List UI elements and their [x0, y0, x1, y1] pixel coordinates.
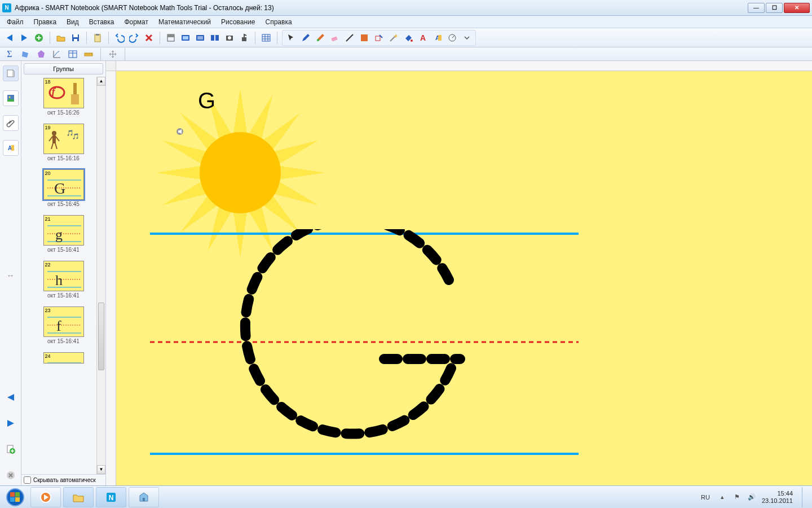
- taskbar-app[interactable]: [129, 487, 159, 507]
- irregular-polygon-icon[interactable]: [19, 48, 32, 60]
- svg-text:G: G: [54, 179, 65, 197]
- shape-pen-icon[interactable]: [373, 32, 385, 44]
- sigma-icon[interactable]: Σ: [3, 48, 16, 60]
- scroll-up-icon[interactable]: ▲: [97, 77, 105, 86]
- toolbar-separator: [108, 32, 109, 44]
- svg-point-40: [52, 131, 56, 135]
- tray-volume-icon[interactable]: 🔊: [747, 493, 756, 502]
- graph-icon[interactable]: [51, 48, 63, 60]
- maximize-button[interactable]: ☐: [766, 3, 783, 13]
- next-page-icon[interactable]: [18, 32, 30, 44]
- add-page-icon[interactable]: [33, 32, 45, 44]
- page-sorter-panel: Группы 18 f окт 15-16:26 19 🎵 🎵: [21, 61, 106, 485]
- page-canvas[interactable]: G: [116, 71, 812, 485]
- taskbar-explorer[interactable]: [63, 487, 94, 507]
- measurement-icon[interactable]: [446, 32, 458, 44]
- language-indicator[interactable]: RU: [699, 493, 712, 502]
- prev-page-icon[interactable]: [3, 32, 16, 44]
- menu-insert[interactable]: Вставка: [85, 17, 119, 27]
- page-thumbnail[interactable]: 23 f окт 15-16:41: [26, 306, 101, 344]
- vertical-ruler: [106, 71, 116, 485]
- panel-next-icon[interactable]: [4, 417, 17, 430]
- groups-button[interactable]: Группы: [24, 63, 103, 75]
- window-titlebar: N Африка - SMART Notebook (SMART Noteboo…: [0, 0, 812, 16]
- open-icon[interactable]: [55, 32, 67, 44]
- toolbar-separator: [277, 32, 277, 44]
- capture-icon[interactable]: [223, 32, 236, 44]
- line-tool-icon[interactable]: [343, 32, 356, 44]
- panel-prev-icon[interactable]: [4, 391, 17, 404]
- menu-edit[interactable]: Правка: [29, 17, 61, 27]
- tray-chevron-icon[interactable]: ▴: [718, 493, 727, 502]
- dual-page-icon[interactable]: [209, 32, 221, 44]
- page-thumbnail[interactable]: 19 🎵 🎵 окт 15-16:16: [26, 124, 101, 161]
- text-tool-icon[interactable]: A: [417, 32, 429, 44]
- taskbar-smart-notebook[interactable]: N: [96, 487, 126, 507]
- fill-tool-icon[interactable]: [402, 32, 414, 44]
- clock-date: 23.10.2011: [762, 497, 793, 505]
- show-desktop-button[interactable]: [802, 487, 806, 507]
- panel-delete-icon[interactable]: [4, 468, 17, 482]
- audio-icon[interactable]: [176, 128, 184, 135]
- start-button[interactable]: [2, 487, 28, 507]
- tab-page-sorter[interactable]: [3, 65, 19, 81]
- page-thumbnail[interactable]: 24: [26, 352, 101, 364]
- paste-icon[interactable]: [91, 32, 104, 44]
- select-tool-icon[interactable]: [285, 32, 297, 44]
- fullscreen-icon[interactable]: [179, 32, 192, 44]
- menu-file[interactable]: Файл: [2, 17, 28, 27]
- thumbnail-menu-icon[interactable]: ▼: [83, 169, 84, 177]
- document-camera-icon[interactable]: [238, 32, 250, 44]
- scroll-thumb[interactable]: [98, 303, 104, 370]
- screen-shade-icon[interactable]: [165, 32, 177, 44]
- menu-math[interactable]: Математический: [154, 17, 215, 27]
- page-thumbnail[interactable]: 22 h окт 15-16:41: [26, 261, 101, 299]
- tab-gallery[interactable]: [3, 90, 19, 106]
- svg-rect-21: [376, 36, 380, 41]
- graph-table-icon[interactable]: [67, 48, 79, 60]
- auto-hide-checkbox[interactable]: Скрывать автоматическ: [21, 474, 105, 485]
- letter-label[interactable]: G: [198, 88, 215, 113]
- svg-text:N: N: [109, 494, 114, 502]
- creative-pen-icon[interactable]: [314, 32, 326, 44]
- magic-pen-icon[interactable]: [387, 32, 400, 44]
- eraser-tool-icon[interactable]: [329, 32, 341, 44]
- tray-flag-icon[interactable]: ⚑: [732, 493, 742, 502]
- page-thumbnail[interactable]: 21 g окт 15-16:41: [26, 215, 101, 253]
- redo-icon[interactable]: [128, 32, 140, 44]
- menu-help[interactable]: Справка: [261, 17, 297, 27]
- transparent-bg-icon[interactable]: [194, 32, 206, 44]
- page-thumbnail[interactable]: 20 ▼ G окт 15-16:45: [26, 169, 101, 207]
- undo-icon[interactable]: [113, 32, 126, 44]
- auto-hide-input[interactable]: [24, 476, 31, 484]
- svg-rect-39: [71, 94, 79, 104]
- shape-tool-icon[interactable]: [358, 32, 370, 44]
- move-toolbar-icon[interactable]: [107, 48, 119, 60]
- menu-draw[interactable]: Рисование: [217, 17, 259, 27]
- toolbar-options-icon[interactable]: [461, 32, 473, 44]
- scroll-down-icon[interactable]: ▼: [97, 465, 105, 474]
- menu-format[interactable]: Формат: [120, 17, 153, 27]
- regular-polygon-icon[interactable]: [35, 48, 47, 60]
- delete-icon[interactable]: [143, 32, 155, 44]
- ruler-icon[interactable]: [82, 48, 95, 60]
- minimize-button[interactable]: —: [748, 3, 765, 13]
- menu-view[interactable]: Вид: [62, 17, 83, 27]
- thumbnail-list: 18 f окт 15-16:26 19 🎵 🎵 окт 15-16:16: [21, 77, 105, 474]
- close-button[interactable]: ✕: [784, 3, 810, 13]
- collapse-panel-icon[interactable]: ↔: [7, 271, 15, 280]
- pen-tool-icon[interactable]: [299, 32, 312, 44]
- page-thumbnail[interactable]: 18 f окт 15-16:26: [26, 78, 101, 116]
- panel-scrollbar[interactable]: ▲ ▼: [96, 77, 105, 474]
- clock[interactable]: 15:44 23.10.2011: [762, 490, 793, 505]
- properties-icon[interactable]: A: [431, 32, 444, 44]
- writing-lines[interactable]: [150, 229, 579, 461]
- tab-attachments[interactable]: [3, 115, 19, 131]
- taskbar-media-player[interactable]: [30, 487, 61, 507]
- panel-add-icon[interactable]: [4, 443, 17, 456]
- window-title: Африка - SMART Notebook (SMART Notebook …: [15, 4, 274, 12]
- table-icon[interactable]: [260, 32, 272, 44]
- side-tabs: A ↔: [0, 61, 21, 485]
- tab-properties[interactable]: A: [3, 140, 19, 156]
- save-icon[interactable]: [69, 32, 82, 44]
